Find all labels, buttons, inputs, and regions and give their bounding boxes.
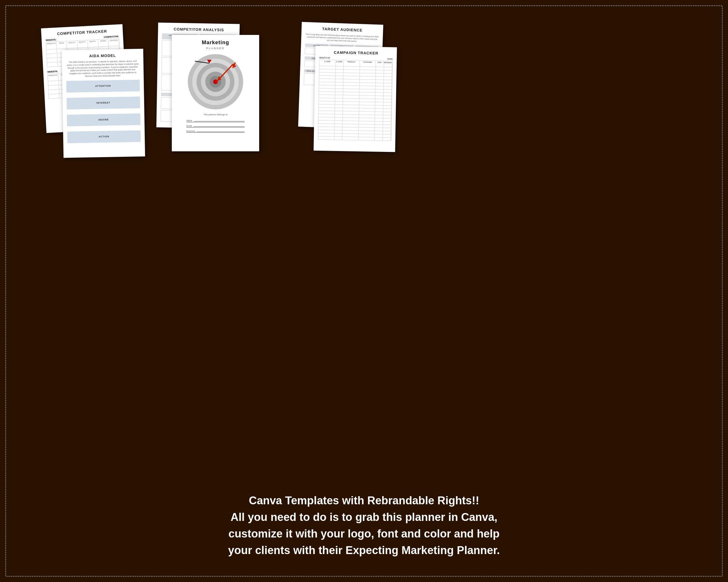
planner-business-field: Business (186, 130, 244, 133)
bottom-text-block: Canva Templates with Rebrandable Rights!… (0, 492, 728, 559)
campaign-tracker-page: CAMPAIGN TRACKER MONTH OF YEAR S. DATE E… (314, 46, 397, 152)
aida-interest: INTEREST (67, 96, 140, 109)
campaign-year-label: YEAR (387, 58, 393, 60)
ta-description: Time to dig deep and start thinking abou… (305, 33, 379, 44)
col-revenue: REVENUE (384, 61, 393, 64)
planner-subtitle: PLANNER (206, 47, 225, 50)
ct-competitor-label: COMPETITOR: (104, 35, 119, 39)
planner-title: Marketing (202, 39, 229, 46)
bottom-line-1: Canva Templates with Rebrandable Rights!… (29, 492, 699, 509)
col-cost: COST (375, 61, 384, 64)
aida-page: AIDA MODEL The AIDA model is an acronym … (62, 49, 145, 158)
bottom-line-3: customize it with your logo, font and co… (29, 526, 699, 542)
campaign-month-label: MONTH OF (319, 57, 330, 59)
aida-attention: ATTENTION (67, 80, 140, 92)
planner-email-field: Email (186, 124, 244, 128)
bottom-line-4: your clients with their Expecting Market… (29, 542, 699, 559)
ca-title: COMPETITOR ANALYSIS (162, 27, 236, 32)
bottom-line-2: All you need to do is to grab this plann… (29, 509, 699, 526)
campaign-title: CAMPAIGN TRACKER (319, 50, 393, 56)
planner-belongs-text: This planner belongs to (203, 113, 228, 116)
col-edate: E. DATE (335, 60, 344, 63)
planner-name-label: Name (186, 119, 192, 122)
aida-desire: DESIRE (67, 113, 141, 126)
aida-description: The AIDA model is an acronym - A stands … (66, 60, 139, 78)
marketing-planner-page: Marketing PLANNER (172, 35, 259, 151)
ct-website-label: WEBSITE: (46, 38, 56, 41)
ta-title: TARGET AUDIENCE (306, 26, 379, 33)
ct-website-label-2: WEBSITE: (47, 70, 58, 73)
planner-business-label: Business (186, 130, 195, 132)
aida-title: AIDA MODEL (66, 53, 139, 58)
svg-point-6 (213, 79, 218, 84)
pages-area: COMPETITOR TRACKER WEBSITE: COMPETITOR: … (18, 18, 710, 215)
aida-action: ACTION (67, 130, 141, 143)
planner-name-field: Name (186, 119, 244, 122)
bullseye-svg (186, 53, 244, 111)
target-graphic (186, 53, 244, 111)
planner-email-label: Email (186, 124, 192, 127)
